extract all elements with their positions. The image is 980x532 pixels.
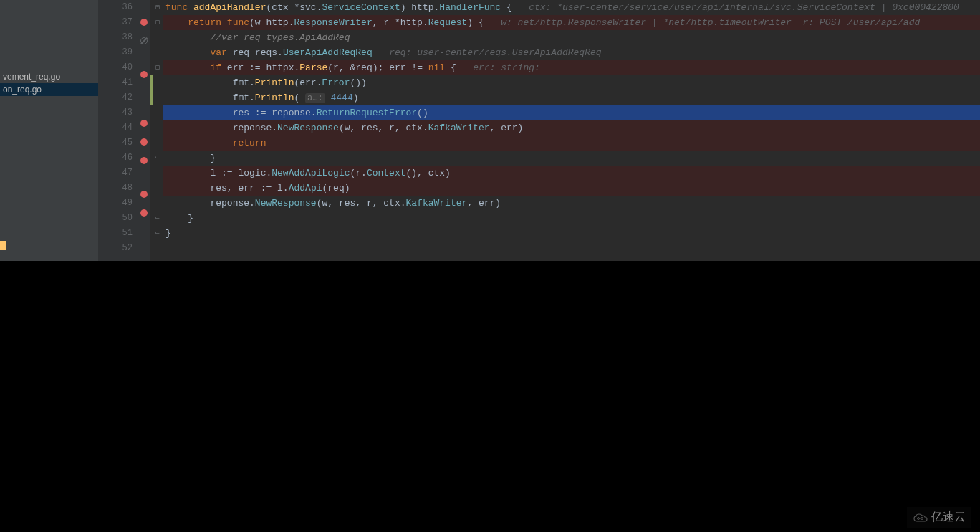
breakpoint-icon[interactable]	[140, 71, 148, 78]
fold-close-icon[interactable]: ⌙	[155, 214, 160, 222]
line-number[interactable]: 41	[98, 75, 133, 90]
breakpoint-icon[interactable]	[140, 138, 148, 146]
line-number[interactable]: 47	[98, 166, 133, 181]
line-number[interactable]: 36	[98, 0, 133, 15]
fold-close-icon[interactable]: ⌙	[155, 154, 160, 162]
breakpoint-slot[interactable]	[138, 0, 150, 15]
line-number[interactable]: 50	[98, 211, 133, 226]
code-line[interactable]: }	[163, 151, 980, 166]
fold-slot[interactable]: ⊟	[153, 0, 163, 15]
line-number[interactable]: 48	[98, 181, 133, 196]
fold-slot[interactable]	[153, 196, 163, 211]
breakpoint-icon[interactable]	[140, 191, 148, 198]
fold-slot[interactable]	[153, 120, 163, 136]
breakpoint-slot[interactable]	[138, 86, 150, 101]
fold-slot[interactable]	[153, 45, 163, 60]
sidebar-selection-indicator	[0, 241, 6, 250]
fold-slot[interactable]: ⊟	[153, 60, 163, 75]
fold-slot[interactable]: ⊟	[153, 15, 163, 30]
line-number[interactable]: 39	[98, 45, 133, 60]
line-number[interactable]: 40	[98, 60, 133, 75]
breakpoint-slot[interactable]	[138, 52, 150, 67]
breakpoint-disabled-icon[interactable]	[140, 37, 148, 44]
code-line[interactable]: fmt.Println( a…: 4444)	[163, 90, 980, 105]
breakpoint-icon[interactable]	[140, 120, 148, 127]
code-token: 4444	[330, 92, 352, 103]
fold-slot[interactable]	[153, 75, 163, 90]
code-token: ResponseWriter	[294, 17, 372, 28]
line-number[interactable]: 44	[98, 120, 133, 136]
line-number[interactable]: 51	[98, 226, 133, 241]
code-token: .	[311, 108, 317, 118]
breakpoint-slot[interactable]	[138, 270, 150, 285]
fold-slot[interactable]	[153, 90, 163, 105]
code-line[interactable]: l := logic.NewAddApiLogic(r.Context(), c…	[163, 166, 980, 181]
code-token: var	[210, 47, 232, 58]
code-line[interactable]: reponse.NewResponse(w, res, r, ctx.Kafka…	[163, 120, 980, 136]
breakpoint-slot[interactable]	[138, 157, 150, 172]
code-line[interactable]: }	[163, 211, 980, 226]
breakpoint-gutter[interactable]	[138, 0, 150, 261]
fold-slot[interactable]: ⌙	[153, 151, 163, 166]
line-number-gutter[interactable]: 3637383940414243444546474849505152	[98, 0, 138, 261]
code-line[interactable]	[163, 241, 980, 256]
sidebar-file[interactable]: on_req.go	[0, 83, 98, 96]
breakpoint-slot[interactable]	[138, 71, 150, 86]
breakpoint-slot[interactable]	[138, 224, 150, 239]
code-content[interactable]: func addApiHandler(ctx *svc.ServiceConte…	[163, 0, 980, 261]
code-line[interactable]: reponse.NewResponse(w, res, r, ctx.Kafka…	[163, 196, 980, 211]
code-line[interactable]: }	[163, 226, 980, 241]
code-line[interactable]: var req reqs.UserApiAddReqReq req: user-…	[163, 45, 980, 60]
breakpoint-icon[interactable]	[140, 209, 148, 217]
code-line[interactable]: func addApiHandler(ctx *svc.ServiceConte…	[163, 0, 980, 15]
breakpoint-slot[interactable]	[138, 239, 150, 255]
fold-slot[interactable]	[153, 181, 163, 196]
breakpoint-icon[interactable]	[140, 19, 148, 26]
breakpoint-slot[interactable]	[138, 19, 150, 34]
fold-open-icon[interactable]: ⊟	[155, 4, 160, 11]
code-line[interactable]: return	[163, 136, 980, 151]
fold-slot[interactable]	[153, 136, 163, 151]
code-token: err	[389, 62, 411, 73]
sidebar-file[interactable]: vement_req.go	[0, 70, 98, 83]
code-editor[interactable]: 3637383940414243444546474849505152 ⊟⊟⊟⌙⌙…	[98, 0, 980, 261]
code-line[interactable]: //var req types.ApiAddReq	[163, 30, 980, 45]
line-number[interactable]: 45	[98, 136, 133, 151]
code-token: )	[353, 92, 359, 103]
code-line[interactable]: res, err := l.AddApi(req)	[163, 181, 980, 196]
fold-slot[interactable]	[153, 105, 163, 120]
line-number[interactable]: 49	[98, 196, 133, 211]
breakpoint-slot[interactable]	[138, 138, 150, 153]
breakpoint-slot[interactable]	[138, 209, 150, 224]
line-number[interactable]: 52	[98, 241, 133, 256]
breakpoint-slot[interactable]	[138, 172, 150, 187]
fold-close-icon[interactable]: ⌙	[155, 229, 160, 237]
line-number[interactable]: 37	[98, 15, 133, 30]
line-number[interactable]: 38	[98, 30, 133, 45]
fold-slot[interactable]: ⌙	[153, 211, 163, 226]
fold-slot[interactable]	[153, 241, 163, 256]
fold-open-icon[interactable]: ⊟	[155, 19, 160, 27]
code-token: (r.	[350, 168, 366, 179]
code-line[interactable]: fmt.Println(err.Error())	[163, 75, 980, 90]
line-number[interactable]: 43	[98, 105, 133, 120]
code-token: .	[283, 183, 289, 194]
code-token: !=	[411, 62, 428, 73]
breakpoint-slot[interactable]	[138, 191, 150, 206]
breakpoint-icon[interactable]	[140, 157, 148, 164]
fold-open-icon[interactable]: ⊟	[155, 64, 160, 72]
breakpoint-slot[interactable]	[138, 101, 150, 116]
breakpoint-slot[interactable]	[138, 120, 150, 135]
breakpoint-slot[interactable]	[138, 255, 150, 270]
fold-gutter[interactable]: ⊟⊟⊟⌙⌙⌙	[153, 0, 163, 261]
code-line[interactable]: return func(w http.ResponseWriter, r *ht…	[163, 15, 980, 30]
fold-slot[interactable]: ⌙	[153, 226, 163, 241]
project-sidebar[interactable]: vement_req.go on_req.go	[0, 0, 98, 261]
fold-slot[interactable]	[153, 166, 163, 181]
code-line[interactable]: res := reponse.ReturnRequestError()	[163, 105, 980, 120]
code-line[interactable]: if err := httpx.Parse(r, &req); err != n…	[163, 60, 980, 75]
breakpoint-slot[interactable]	[138, 37, 150, 52]
line-number[interactable]: 46	[98, 151, 133, 166]
line-number[interactable]: 42	[98, 90, 133, 105]
fold-slot[interactable]	[153, 30, 163, 45]
